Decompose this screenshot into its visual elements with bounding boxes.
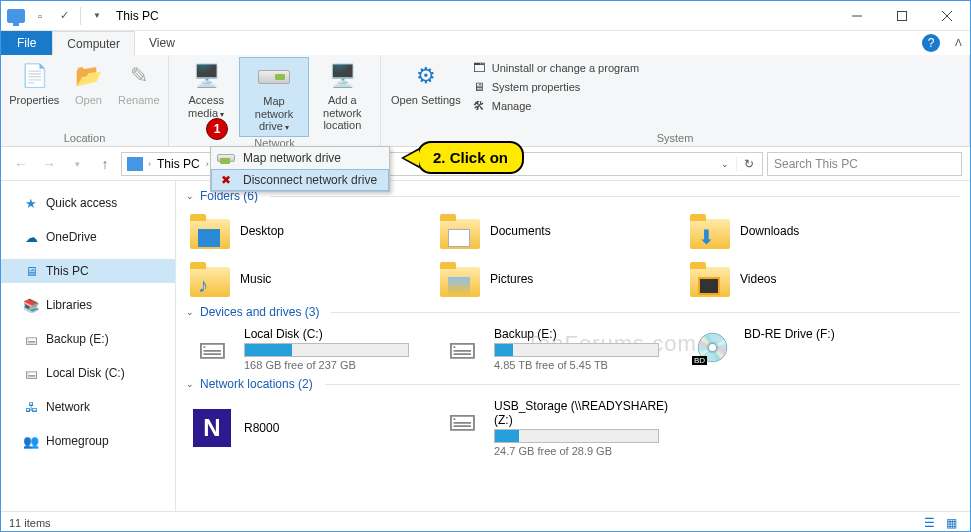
sidebar-item-this-pc[interactable]: 🖥This PC — [1, 259, 175, 283]
sidebar-item-network[interactable]: 🖧Network — [1, 395, 175, 419]
add-location-icon: 🖥️ — [326, 60, 358, 92]
network-drive-icon: 🖴 — [440, 399, 484, 439]
collapse-caret-icon[interactable]: ⌄ — [186, 307, 194, 317]
map-drive-icon — [217, 150, 235, 166]
menu-item-disconnect-drive[interactable]: ✖ Disconnect network drive — [211, 169, 389, 191]
details-view-button[interactable]: ☰ — [918, 514, 940, 532]
open-settings-button[interactable]: ⚙ Open Settings — [385, 57, 467, 110]
manage-icon: 🛠 — [471, 98, 487, 114]
star-icon: ★ — [23, 195, 39, 211]
map-network-drive-button[interactable]: Map network drive ▾ — [239, 57, 308, 137]
tab-view[interactable]: View — [135, 31, 189, 55]
windows-drive-icon: 🖴 — [190, 327, 234, 367]
properties-button[interactable]: 📄 Properties — [5, 57, 63, 110]
recent-dropdown[interactable]: ▾ — [65, 152, 89, 176]
address-history-dropdown[interactable]: ⌄ — [716, 159, 734, 169]
disconnect-drive-icon: ✖ — [217, 172, 235, 188]
sidebar-item-libraries[interactable]: 📚Libraries — [1, 293, 175, 317]
netloc-r8000[interactable]: N R8000 — [186, 395, 436, 461]
drive-bdre-f[interactable]: 💿BD BD-RE Drive (F:) — [686, 323, 936, 375]
drive-local-c[interactable]: 🖴 Local Disk (C:) 168 GB free of 237 GB — [186, 323, 436, 375]
drive-icon: 🖴 — [440, 327, 484, 367]
help-icon[interactable]: ? — [922, 34, 940, 52]
sidebar-item-onedrive[interactable]: ☁OneDrive — [1, 225, 175, 249]
status-item-count: 11 items — [9, 517, 51, 529]
annotation-callout: 2. Click on — [401, 141, 524, 174]
refresh-button[interactable]: ↻ — [736, 157, 760, 171]
ribbon: 📄 Properties 📂 Open ✎ Rename Location 🖥️… — [1, 55, 970, 147]
drive-backup-e[interactable]: 🖴 Backup (E:) 4.85 TB free of 5.45 TB — [436, 323, 686, 375]
explorer-app-icon — [5, 5, 27, 27]
router-icon: N — [190, 408, 234, 448]
annotation-badge-1: 1 — [206, 118, 228, 140]
folder-videos[interactable]: Videos — [686, 255, 936, 303]
qat-separator — [80, 7, 81, 25]
open-button[interactable]: 📂 Open — [63, 57, 113, 110]
cloud-icon: ☁ — [23, 229, 39, 245]
folder-music[interactable]: ♪Music — [186, 255, 436, 303]
sidebar-item-local-disk[interactable]: 🖴Local Disk (C:) — [1, 361, 175, 385]
minimize-button[interactable] — [834, 1, 879, 31]
callout-text: 2. Click on — [417, 141, 524, 174]
search-input[interactable]: Search This PC — [767, 152, 962, 176]
navigation-pane: ★Quick access ☁OneDrive 🖥This PC 📚Librar… — [1, 181, 176, 511]
forward-button[interactable]: → — [37, 152, 61, 176]
system-properties-icon: 🖥 — [471, 79, 487, 95]
folder-downloads[interactable]: ⬇Downloads — [686, 207, 936, 255]
collapse-caret-icon[interactable]: ⌄ — [186, 379, 194, 389]
libraries-icon: 📚 — [23, 297, 39, 313]
tab-computer[interactable]: Computer — [52, 31, 135, 55]
title-bar: ▫ ✓ ▼ This PC — [1, 1, 970, 31]
qat-new-folder-icon[interactable]: ▫ — [29, 5, 51, 27]
netloc-usb-storage[interactable]: 🖴 USB_Storage (\\READYSHARE) (Z:) 24.7 G… — [436, 395, 686, 461]
tiles-view-button[interactable]: ▦ — [940, 514, 962, 532]
status-bar: 11 items ☰ ▦ — [1, 511, 970, 532]
folder-desktop[interactable]: Desktop — [186, 207, 436, 255]
svg-rect-1 — [897, 11, 906, 20]
main-area: ★Quick access ☁OneDrive 🖥This PC 📚Librar… — [1, 181, 970, 511]
properties-icon: 📄 — [18, 60, 50, 92]
qat-dropdown-icon[interactable]: ▼ — [86, 5, 108, 27]
qat-properties-icon[interactable]: ✓ — [53, 5, 75, 27]
settings-gear-icon: ⚙ — [410, 60, 442, 92]
rename-button[interactable]: ✎ Rename — [113, 57, 164, 110]
open-icon: 📂 — [72, 60, 104, 92]
section-network-locations[interactable]: ⌄ Network locations (2) — [186, 375, 960, 395]
sidebar-item-homegroup[interactable]: 👥Homegroup — [1, 429, 175, 453]
media-icon: 🖥️ — [190, 60, 222, 92]
group-label-location: Location — [5, 132, 164, 146]
menu-item-map-drive[interactable]: Map network drive — [211, 147, 389, 169]
system-properties-button[interactable]: 🖥System properties — [467, 78, 643, 96]
drive-icon: 🖴 — [23, 331, 39, 347]
up-button[interactable]: ↑ — [93, 152, 117, 176]
map-drive-icon — [258, 61, 290, 93]
uninstall-program-button[interactable]: 🗔Uninstall or change a program — [467, 59, 643, 77]
map-drive-dropdown-menu: Map network drive ✖ Disconnect network d… — [210, 146, 390, 192]
network-icon: 🖧 — [23, 399, 39, 415]
breadcrumb-chevron[interactable]: › — [206, 159, 209, 169]
content-pane: TenForums.com ⌄ Folders (6) Desktop Docu… — [176, 181, 970, 511]
location-icon — [127, 157, 143, 171]
breadcrumb-chevron[interactable]: › — [148, 159, 151, 169]
folder-documents[interactable]: Documents — [436, 207, 686, 255]
breadcrumb-root[interactable]: This PC — [153, 157, 204, 171]
access-media-button[interactable]: 🖥️ Access media ▾ — [173, 57, 239, 122]
close-button[interactable] — [924, 1, 970, 31]
manage-button[interactable]: 🛠Manage — [467, 97, 643, 115]
pc-icon: 🖥 — [23, 263, 39, 279]
sidebar-item-backup[interactable]: 🖴Backup (E:) — [1, 327, 175, 351]
ribbon-collapse-icon[interactable]: ᐱ — [955, 37, 962, 48]
tab-file[interactable]: File — [1, 31, 52, 55]
uninstall-icon: 🗔 — [471, 60, 487, 76]
maximize-button[interactable] — [879, 1, 924, 31]
folder-pictures[interactable]: Pictures — [436, 255, 686, 303]
back-button[interactable]: ← — [9, 152, 33, 176]
collapse-caret-icon[interactable]: ⌄ — [186, 191, 194, 201]
sidebar-item-quick-access[interactable]: ★Quick access — [1, 191, 175, 215]
callout-arrow — [401, 148, 419, 168]
homegroup-icon: 👥 — [23, 433, 39, 449]
section-drives[interactable]: ⌄ Devices and drives (3) — [186, 303, 960, 323]
optical-drive-icon: 💿BD — [690, 327, 734, 367]
quick-access-toolbar: ▫ ✓ ▼ — [1, 5, 112, 27]
add-network-location-button[interactable]: 🖥️ Add a network location — [309, 57, 376, 135]
